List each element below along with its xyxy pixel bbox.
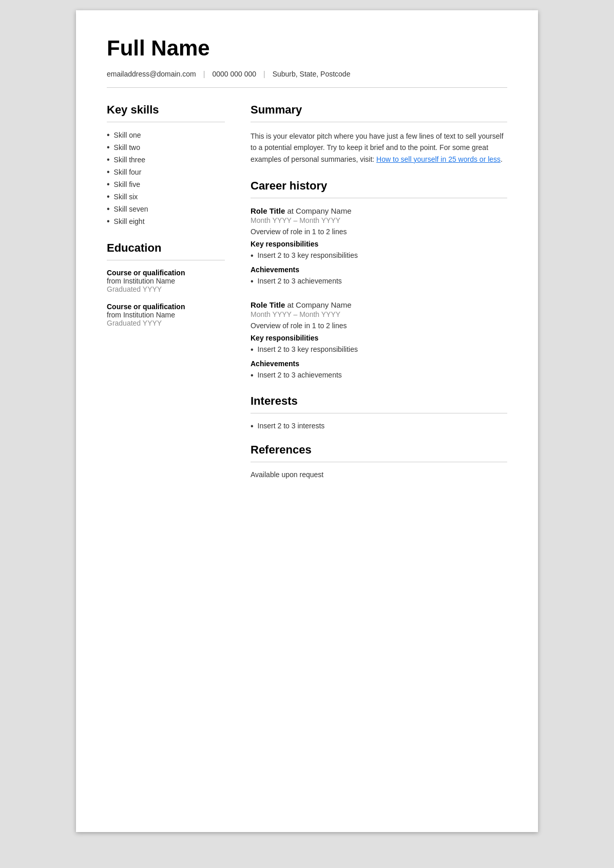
role-2-title: Role Title — [251, 300, 285, 309]
references-section: References Available upon request — [251, 443, 507, 479]
role-2-achievements-list: Insert 2 to 3 achievements — [251, 371, 507, 380]
two-col-layout: Key skills Skill one Skill two Skill thr… — [107, 103, 507, 491]
education-section: Education Course or qualification from I… — [107, 241, 225, 327]
career-title: Career history — [251, 179, 507, 193]
role-1-at: at — [287, 206, 296, 215]
role-1-overview: Overview of role in 1 to 2 lines — [251, 228, 507, 236]
summary-divider — [251, 122, 507, 122]
right-column: Summary This is your elevator pitch wher… — [240, 103, 507, 491]
header: Full Name emailaddress@domain.com | 0000… — [107, 36, 507, 88]
interest-item: Insert 2 to 3 interests — [251, 422, 507, 431]
role-1: Role Title at Company Name Month YYYY – … — [251, 206, 507, 286]
skill-item: Skill eight — [107, 217, 225, 226]
skill-item: Skill seven — [107, 204, 225, 214]
role-1-achievements-title: Achievements — [251, 266, 507, 274]
role-1-dates: Month YYYY – Month YYYY — [251, 216, 507, 224]
summary-text: This is your elevator pitch where you ha… — [251, 130, 507, 165]
career-divider — [251, 198, 507, 198]
role-1-header: Role Title at Company Name — [251, 206, 507, 215]
role-2-header: Role Title at Company Name — [251, 300, 507, 309]
interests-list: Insert 2 to 3 interests — [251, 422, 507, 431]
role-1-responsibility: Insert 2 to 3 key responsibilities — [251, 251, 507, 260]
role-2-overview: Overview of role in 1 to 2 lines — [251, 322, 507, 330]
skill-item: Skill five — [107, 180, 225, 189]
skills-section: Key skills Skill one Skill two Skill thr… — [107, 103, 225, 226]
divider-2: | — [263, 70, 265, 78]
skills-divider — [107, 122, 225, 122]
edu-institution-1: from Institution Name — [107, 277, 225, 285]
education-divider — [107, 260, 225, 260]
role-2-achievements-title: Achievements — [251, 360, 507, 368]
skill-item: Skill four — [107, 167, 225, 177]
role-1-responsibilities-title: Key responsibilities — [251, 240, 507, 248]
skills-list: Skill one Skill two Skill three Skill fo… — [107, 130, 225, 226]
career-section: Career history Role Title at Company Nam… — [251, 179, 507, 380]
edu-year-1: Graduated YYYY — [107, 285, 225, 293]
role-1-achievement: Insert 2 to 3 achievements — [251, 277, 507, 286]
role-1-achievements-list: Insert 2 to 3 achievements — [251, 277, 507, 286]
left-column: Key skills Skill one Skill two Skill thr… — [107, 103, 240, 491]
references-title: References — [251, 443, 507, 457]
full-name: Full Name — [107, 36, 507, 61]
summary-section: Summary This is your elevator pitch wher… — [251, 103, 507, 165]
role-1-title: Role Title — [251, 206, 285, 215]
role-2-responsibilities-title: Key responsibilities — [251, 334, 507, 342]
edu-course-2: Course or qualification — [107, 303, 225, 311]
references-divider — [251, 462, 507, 462]
edu-institution-2: from Institution Name — [107, 311, 225, 319]
edu-entry-2: Course or qualification from Institution… — [107, 303, 225, 327]
role-2-responsibilities-list: Insert 2 to 3 key responsibilities — [251, 345, 507, 354]
summary-title: Summary — [251, 103, 507, 117]
email: emailaddress@domain.com — [107, 70, 196, 78]
role-2-at: at — [287, 300, 296, 309]
edu-year-2: Graduated YYYY — [107, 319, 225, 327]
interests-divider — [251, 413, 507, 413]
divider-1: | — [203, 70, 205, 78]
location: Suburb, State, Postcode — [273, 70, 351, 78]
phone: 0000 000 000 — [212, 70, 256, 78]
role-1-responsibilities-list: Insert 2 to 3 key responsibilities — [251, 251, 507, 260]
role-2-dates: Month YYYY – Month YYYY — [251, 310, 507, 318]
edu-course-1: Course or qualification — [107, 269, 225, 277]
resume-page: Full Name emailaddress@domain.com | 0000… — [76, 10, 538, 832]
role-2-company: Company Name — [296, 300, 351, 309]
role-2: Role Title at Company Name Month YYYY – … — [251, 300, 507, 380]
skill-item: Skill six — [107, 192, 225, 201]
skills-title: Key skills — [107, 103, 225, 117]
edu-entry-1: Course or qualification from Institution… — [107, 269, 225, 293]
role-1-company: Company Name — [296, 206, 351, 215]
role-2-responsibility: Insert 2 to 3 key responsibilities — [251, 345, 507, 354]
skill-item: Skill three — [107, 155, 225, 164]
summary-link[interactable]: How to sell yourself in 25 words or less — [376, 155, 501, 163]
references-text: Available upon request — [251, 470, 507, 479]
skill-item: Skill one — [107, 130, 225, 140]
interests-title: Interests — [251, 394, 507, 408]
role-2-achievement: Insert 2 to 3 achievements — [251, 371, 507, 380]
interests-section: Interests Insert 2 to 3 interests — [251, 394, 507, 431]
skill-item: Skill two — [107, 143, 225, 152]
education-title: Education — [107, 241, 225, 255]
contact-bar: emailaddress@domain.com | 0000 000 000 |… — [107, 70, 507, 88]
